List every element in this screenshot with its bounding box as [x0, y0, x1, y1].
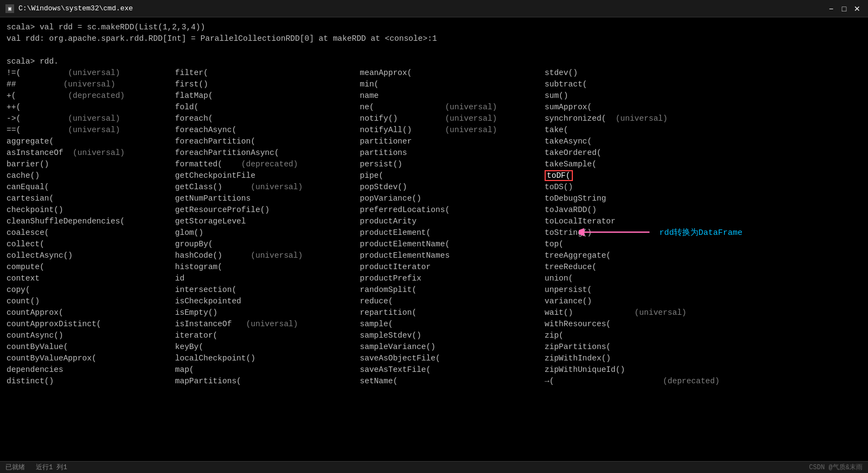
line-d18: histogram( — [175, 262, 360, 273]
line-d12: getNumPartitions — [175, 193, 360, 204]
line-f22: wait() (universal) — [545, 307, 762, 319]
close-button[interactable]: ✕ — [852, 3, 863, 14]
line-e24: sampleStdev() — [360, 330, 545, 341]
line-e22: repartition( — [360, 307, 545, 319]
maximize-button[interactable]: □ — [839, 3, 850, 14]
line-c16: collect( — [7, 239, 175, 250]
line-e5: notify() (universal) — [360, 113, 545, 125]
line-c20: copy( — [7, 284, 175, 296]
col-3: meanApprox( min( name ne( (universal) no… — [360, 67, 545, 387]
line-f11: toDS() — [545, 182, 762, 193]
line-c10: cache() — [7, 170, 175, 182]
line-d1: filter( — [175, 67, 360, 79]
header-line-1: scala> val rdd = sc.makeRDD(List(1,2,3,4… — [7, 22, 861, 33]
line-d5: foreach( — [175, 113, 360, 125]
line-e4: ne( (universal) — [360, 102, 545, 113]
line-f24: zip( — [545, 330, 762, 341]
line-f7: takeAsync( — [545, 136, 762, 147]
line-d2: first() — [175, 79, 360, 90]
line-d27: map( — [175, 364, 360, 376]
line-e2: min( — [360, 79, 545, 90]
line-d25: keyBy( — [175, 341, 360, 353]
header-line-3 — [7, 45, 861, 56]
line-c8: asInstanceOf (universal) — [7, 147, 175, 159]
line-f21: variance() — [545, 296, 762, 307]
line-e1: meanApprox( — [360, 67, 545, 79]
line-c3: +( (deprecated) — [7, 90, 175, 102]
app-icon: ▣ — [5, 4, 14, 13]
annotation-arrow: rdd转换为DataFrame — [579, 227, 742, 238]
status-middle: 近行1 列1 — [36, 463, 67, 472]
line-e21: reduce( — [360, 296, 545, 307]
line-e19: productPrefix — [360, 273, 545, 284]
line-d10: getCheckpointFile — [175, 170, 360, 182]
line-c24: countAsync() — [7, 330, 175, 341]
line-f9: takeSample( — [545, 159, 762, 170]
line-c18: compute( — [7, 262, 175, 273]
line-c4: ++( — [7, 102, 175, 113]
line-f8: takeOrdered( — [545, 147, 762, 159]
line-e12: popVariance() — [360, 193, 545, 204]
line-c2: ## (universal) — [7, 79, 175, 90]
line-e8: partitions — [360, 147, 545, 159]
line-e14: productArity — [360, 216, 545, 227]
line-f16: top( — [545, 239, 762, 250]
line-e7: partitioner — [360, 136, 545, 147]
line-c6: ==( (universal) — [7, 125, 175, 136]
line-e15: productElement( — [360, 227, 545, 239]
line-f25: zipPartitions( — [545, 341, 762, 353]
line-f20: unpersist( — [545, 284, 762, 296]
line-f27: zipWithUniqueId() — [545, 364, 762, 376]
line-f26: zipWithIndex() — [545, 353, 762, 364]
line-d24: iterator( — [175, 330, 360, 341]
line-e20: randomSplit( — [360, 284, 545, 296]
col-1: !=( (universal) ## (universal) +( (depre… — [7, 67, 175, 387]
line-c19: context — [7, 273, 175, 284]
line-d16: groupBy( — [175, 239, 360, 250]
line-c23: countApproxDistinct( — [7, 319, 175, 330]
line-d7: foreachPartition( — [175, 136, 360, 147]
line-e25: sampleVariance() — [360, 341, 545, 353]
line-d8: foreachPartitionAsync( — [175, 147, 360, 159]
line-e13: preferredLocations( — [360, 204, 545, 216]
title-bar: ▣ C:\Windows\system32\cmd.exe − □ ✕ — [0, 0, 868, 17]
line-e11: popStdev() — [360, 182, 545, 193]
line-d28: mapPartitions( — [175, 376, 360, 387]
header-line-2: val rdd: org.apache.spark.rdd.RDD[Int] =… — [7, 33, 861, 45]
line-c13: checkpoint() — [7, 204, 175, 216]
line-c21: count() — [7, 296, 175, 307]
line-c15: coalesce( — [7, 227, 175, 239]
line-d4: fold( — [175, 102, 360, 113]
line-f18: treeReduce( — [545, 262, 762, 273]
minimize-button[interactable]: − — [826, 3, 836, 14]
line-f10: toDF( — [545, 170, 762, 182]
line-d22: isEmpty() — [175, 307, 360, 319]
line-f5: synchronized( (universal) — [545, 113, 762, 125]
line-f17: treeAggregate( — [545, 250, 762, 262]
line-d23: isInstanceOf (universal) — [175, 319, 360, 330]
line-d9: formatted( (deprecated) — [175, 159, 360, 170]
line-d20: intersection( — [175, 284, 360, 296]
line-d6: foreachAsync( — [175, 125, 360, 136]
line-e28: setName( — [360, 376, 545, 387]
arrow-svg — [579, 227, 655, 238]
line-f19: union( — [545, 273, 762, 284]
line-e6: notifyAll() (universal) — [360, 125, 545, 136]
line-f12: toDebugString — [545, 193, 762, 204]
line-e26: saveAsObjectFile( — [360, 353, 545, 364]
line-f1: stdev() — [545, 67, 762, 79]
line-c1: !=( (universal) — [7, 67, 175, 79]
line-c25: countByValue( — [7, 341, 175, 353]
line-d11: getClass() (universal) — [175, 182, 360, 193]
line-f3: sum() — [545, 90, 762, 102]
line-f2: subtract( — [545, 79, 762, 90]
line-e17: productElementNames — [360, 250, 545, 262]
status-left: 已就绪 — [5, 463, 25, 472]
csdn-watermark: CSDN @气质&末雨 — [809, 464, 863, 471]
line-d17: hashCode() (universal) — [175, 250, 360, 262]
line-e23: sample( — [360, 319, 545, 330]
line-c11: canEqual( — [7, 182, 175, 193]
line-e18: productIterator — [360, 262, 545, 273]
window-title: C:\Windows\system32\cmd.exe — [18, 4, 863, 13]
line-d13: getResourceProfile() — [175, 204, 360, 216]
